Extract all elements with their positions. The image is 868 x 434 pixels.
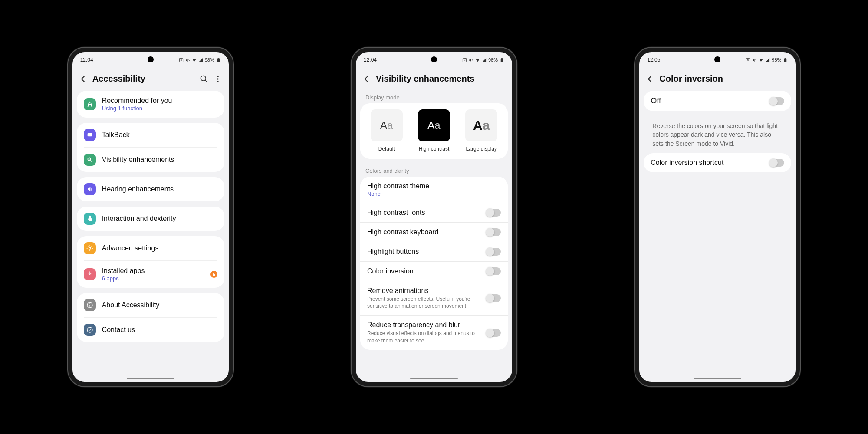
back-button[interactable] xyxy=(645,74,655,84)
svg-rect-25 xyxy=(501,58,503,62)
row-title: Visibility enhancements xyxy=(102,156,174,164)
row-high-contrast-keyboard[interactable]: High contrast keyboard xyxy=(360,222,508,242)
signal-icon xyxy=(482,58,487,62)
toggle-animations[interactable] xyxy=(486,294,501,302)
camera-cutout xyxy=(431,56,437,62)
phone-color-inversion: 12:05 N 98% Color inversion Off Reverse … xyxy=(635,48,800,386)
row-title: Color inversion shortcut xyxy=(651,159,769,167)
row-title: High contrast theme xyxy=(367,182,501,190)
row-title: High contrast keyboard xyxy=(367,228,486,236)
svg-line-29 xyxy=(756,59,757,61)
chevron-left-icon xyxy=(646,75,654,83)
row-talkback[interactable]: TalkBack xyxy=(77,123,224,147)
card-talkback-visibility: TalkBack Visibility enhancements xyxy=(77,123,224,172)
svg-point-10 xyxy=(89,102,90,103)
row-title: Highlight buttons xyxy=(367,248,486,256)
row-desc: Reduce visual effects on dialogs and men… xyxy=(367,330,486,344)
row-shortcut[interactable]: Color inversion shortcut xyxy=(644,153,791,172)
card-display-modes: Aa Default Aa High contrast Aa Large dis… xyxy=(360,103,508,159)
battery-percent: 98% xyxy=(488,57,498,62)
home-indicator[interactable] xyxy=(410,378,458,379)
hearing-icon xyxy=(84,183,96,195)
status-time: 12:04 xyxy=(364,57,377,63)
more-vertical-icon xyxy=(214,75,222,83)
mode-large-display[interactable]: Aa Large display xyxy=(460,109,503,152)
interaction-icon xyxy=(84,213,96,225)
toggle-fonts[interactable] xyxy=(486,209,501,217)
info-icon xyxy=(84,299,96,311)
row-remove-animations[interactable]: Remove animations Prevent some screen ef… xyxy=(360,281,508,315)
status-time: 12:05 xyxy=(647,57,660,63)
row-visibility[interactable]: Visibility enhancements xyxy=(84,147,217,172)
row-recommended[interactable]: Recommended for you Using 1 function xyxy=(77,91,224,118)
header: Color inversion xyxy=(639,66,796,91)
row-interaction[interactable]: Interaction and dexterity xyxy=(77,207,224,231)
svg-rect-30 xyxy=(784,58,787,62)
search-button[interactable] xyxy=(199,74,209,84)
section-colors: Colors and clarity xyxy=(356,164,512,177)
card-hearing: Hearing enhancements xyxy=(77,177,224,201)
battery-icon xyxy=(500,58,504,62)
row-title: Contact us xyxy=(102,326,135,334)
talkback-icon xyxy=(84,129,96,141)
row-advanced[interactable]: Advanced settings xyxy=(77,236,224,260)
status-icons: N 98% xyxy=(179,57,221,62)
toggle-keyboard[interactable] xyxy=(486,228,501,236)
row-contact[interactable]: ? Contact us xyxy=(84,317,217,342)
home-indicator[interactable] xyxy=(694,378,741,379)
wifi-icon xyxy=(475,58,480,62)
search-icon xyxy=(200,75,208,83)
toggle-highlight[interactable] xyxy=(486,248,501,256)
row-title: Advanced settings xyxy=(102,244,159,252)
row-high-contrast-theme[interactable]: High contrast theme None xyxy=(360,177,508,203)
status-icons: N 98% xyxy=(746,57,788,62)
svg-line-2 xyxy=(188,59,190,61)
row-off[interactable]: Off xyxy=(644,91,791,111)
chevron-left-icon xyxy=(362,75,371,83)
svg-rect-11 xyxy=(87,133,92,136)
phone-accessibility: 12:04 N 98% Accessibility xyxy=(68,48,233,386)
svg-rect-19 xyxy=(89,305,90,307)
mode-preview-contrast: Aa xyxy=(418,109,450,141)
back-button[interactable] xyxy=(362,74,372,84)
row-reduce-transparency[interactable]: Reduce transparency and blur Reduce visu… xyxy=(360,315,508,349)
row-title: About Accessibility xyxy=(102,301,160,309)
svg-rect-26 xyxy=(501,58,503,58)
row-title: Remove animations xyxy=(367,287,486,295)
svg-text:?: ? xyxy=(89,328,91,332)
battery-icon xyxy=(216,58,221,62)
scroll-content[interactable]: Display mode Aa Default Aa High contrast… xyxy=(356,91,512,381)
phone-visibility: 12:04 N 98% Visibility enhancements Disp… xyxy=(352,48,516,386)
chevron-left-icon xyxy=(79,75,88,83)
svg-line-24 xyxy=(472,59,473,61)
accessibility-icon xyxy=(84,98,96,110)
row-about[interactable]: About Accessibility xyxy=(77,293,224,317)
svg-point-16 xyxy=(89,247,91,249)
toggle-inversion[interactable] xyxy=(486,267,501,275)
toggle-main[interactable] xyxy=(769,97,784,105)
mode-high-contrast[interactable]: Aa High contrast xyxy=(413,109,455,152)
mode-preview-default: Aa xyxy=(371,109,403,141)
row-sub: Using 1 function xyxy=(102,105,217,112)
svg-text:N: N xyxy=(464,59,465,61)
row-highlight-buttons[interactable]: Highlight buttons xyxy=(360,242,508,261)
row-installed[interactable]: Installed apps 6 apps 6 xyxy=(84,260,217,288)
header: Visibility enhancements xyxy=(356,66,512,91)
row-high-contrast-fonts[interactable]: High contrast fonts xyxy=(360,203,508,222)
wifi-icon xyxy=(192,58,197,62)
visibility-icon xyxy=(84,154,96,166)
row-title: Reduce transparency and blur xyxy=(367,321,486,329)
row-color-inversion[interactable]: Color inversion xyxy=(360,261,508,281)
svg-rect-4 xyxy=(218,58,219,58)
row-text: Installed apps 6 apps xyxy=(102,267,204,282)
more-button[interactable] xyxy=(213,74,223,84)
row-text: Recommended for you Using 1 function xyxy=(102,97,217,112)
gear-icon xyxy=(84,242,96,254)
home-indicator[interactable] xyxy=(127,378,174,379)
row-title: Recommended for you xyxy=(102,97,217,105)
back-button[interactable] xyxy=(79,74,88,84)
row-hearing[interactable]: Hearing enhancements xyxy=(77,177,224,201)
toggle-shortcut[interactable] xyxy=(769,159,784,167)
toggle-transparency[interactable] xyxy=(486,329,501,337)
mode-default[interactable]: Aa Default xyxy=(365,109,408,152)
